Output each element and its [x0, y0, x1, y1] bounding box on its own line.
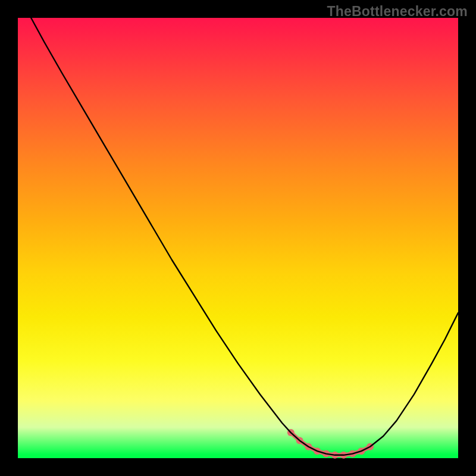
chart-svg	[18, 18, 458, 458]
chart-line-series	[18, 0, 458, 455]
chart-area	[18, 18, 458, 458]
chart-frame: TheBottlenecker.com	[0, 0, 476, 476]
watermark-text: TheBottlenecker.com	[327, 4, 468, 20]
